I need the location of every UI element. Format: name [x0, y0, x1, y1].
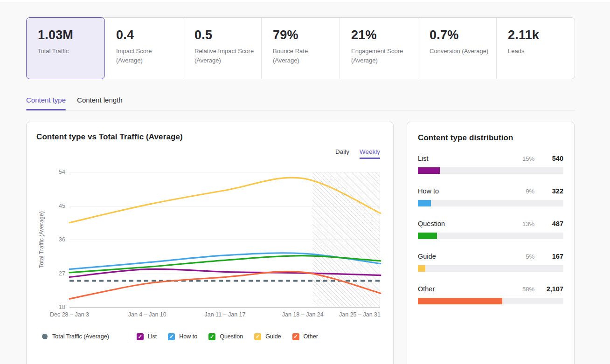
- kpi-value: 1.03M: [38, 28, 98, 42]
- kpi-card-relative-impact-score-average[interactable]: 0.5Relative Impact Score (Average): [183, 18, 262, 79]
- kpi-value: 21%: [351, 28, 411, 42]
- distribution-label: Question: [418, 220, 522, 227]
- distribution-percent: 13%: [522, 220, 534, 227]
- x-tick-label: Jan 4 – Jan 10: [128, 311, 166, 318]
- total-traffic-dot-icon: [42, 334, 48, 339]
- chart-title: Content type vs Total Traffic (Average): [36, 132, 380, 142]
- distribution-row-head: Question13%487: [418, 220, 563, 227]
- kpi-label: Relative Impact Score (Average): [194, 47, 255, 65]
- legend-divider: [128, 332, 128, 341]
- checkbox-checked-icon[interactable]: ✓: [292, 333, 299, 340]
- distribution-label: Other: [418, 285, 522, 293]
- checkbox-checked-icon[interactable]: ✓: [168, 333, 175, 340]
- granularity-toggle: DailyWeekly: [36, 148, 380, 159]
- line-how-to: [69, 253, 381, 269]
- toggle-weekly[interactable]: Weekly: [360, 148, 380, 159]
- distribution-value: 2,107: [543, 285, 563, 293]
- y-tick-label: 18: [59, 303, 65, 311]
- kpi-label: Engagement Score (Average): [351, 47, 411, 65]
- y-axis-ticks: 5445362718: [47, 172, 65, 307]
- y-tick-label: 27: [59, 270, 65, 277]
- distribution-percent: 9%: [526, 188, 534, 195]
- legend-label: Question: [220, 333, 243, 340]
- distribution-rows: List15%540How to9%322Question13%487Guide…: [418, 155, 563, 304]
- kpi-value: 0.7%: [430, 28, 490, 42]
- distribution-percent: 5%: [526, 253, 534, 260]
- distribution-row-other: Other58%2,107: [418, 285, 563, 304]
- kpi-card-engagement-score-average[interactable]: 21%Engagement Score (Average): [340, 18, 418, 79]
- x-tick-label: Jan 11 – Jan 17: [204, 311, 245, 318]
- line-question: [69, 256, 381, 273]
- legend-label: Guide: [265, 333, 281, 340]
- distribution-bar-fill: [418, 265, 425, 272]
- kpi-label: Bounce Rate (Average): [273, 47, 333, 65]
- legend-item-guide: ✓Guide: [254, 333, 281, 340]
- tab-content-type[interactable]: Content type: [26, 96, 66, 110]
- kpi-value: 0.5: [194, 28, 255, 42]
- chart-lines-svg: [69, 172, 381, 307]
- kpi-label: Conversion (Average): [430, 47, 490, 56]
- distribution-title: Content type distribution: [418, 133, 563, 143]
- distribution-bar-fill: [418, 233, 437, 239]
- kpi-card-total-traffic[interactable]: 1.03MTotal Traffic: [26, 17, 105, 79]
- legend-label: List: [148, 333, 157, 340]
- chart-area: Total Traffic (Average) 5445362718: [36, 172, 380, 307]
- distribution-bar-track: [418, 298, 563, 304]
- legend-label: Other: [304, 333, 318, 340]
- distribution-label: How to: [418, 187, 526, 195]
- distribution-label: Guide: [418, 253, 526, 260]
- dashboard-content: 1.03MTotal Traffic0.4Impact Score (Avera…: [26, 17, 575, 364]
- cards-row: Content type vs Total Traffic (Average) …: [26, 122, 575, 364]
- kpi-card-impact-score-average[interactable]: 0.4Impact Score (Average): [105, 18, 183, 79]
- tab-content-length[interactable]: Content length: [77, 96, 123, 110]
- kpi-value: 79%: [273, 28, 333, 42]
- y-axis-title: Total Traffic (Average): [36, 172, 47, 307]
- distribution-percent: 15%: [522, 155, 534, 162]
- kpi-value: 0.4: [116, 28, 176, 42]
- kpi-label: Leads: [508, 47, 568, 56]
- legend-item-list: ✓List: [137, 333, 157, 340]
- distribution-value: 322: [543, 187, 563, 195]
- distribution-value: 540: [543, 155, 563, 162]
- kpi-row: 1.03MTotal Traffic0.4Impact Score (Avera…: [26, 17, 575, 79]
- kpi-card-bounce-rate-average[interactable]: 79%Bounce Rate (Average): [262, 18, 340, 79]
- toggle-daily[interactable]: Daily: [335, 148, 349, 159]
- kpi-label: Impact Score (Average): [116, 47, 176, 65]
- tab-bar: Content typeContent length: [26, 96, 575, 110]
- distribution-row-list: List15%540: [418, 155, 563, 174]
- distribution-bar-fill: [418, 167, 440, 174]
- checkbox-checked-icon[interactable]: ✓: [208, 333, 215, 340]
- distribution-row-head: How to9%322: [418, 187, 563, 195]
- line-list: [69, 269, 381, 277]
- line-other: [69, 272, 381, 299]
- distribution-bar-track: [418, 200, 563, 206]
- distribution-bar-track: [418, 167, 563, 174]
- distribution-bar-track: [418, 233, 563, 239]
- distribution-bar-fill: [418, 298, 502, 304]
- distribution-value: 487: [543, 220, 563, 227]
- kpi-card-leads[interactable]: 2.11kLeads: [497, 18, 575, 79]
- legend-label: Total Traffic (Average): [52, 333, 109, 340]
- legend-item-other: ✓Other: [292, 333, 318, 340]
- distribution-row-head: List15%540: [418, 155, 563, 162]
- distribution-row-guide: Guide5%167: [418, 253, 563, 272]
- distribution-value: 167: [543, 253, 563, 260]
- chart-legend: Total Traffic (Average)✓List✓How to✓Ques…: [42, 332, 380, 341]
- x-axis-labels: Dec 28 – Jan 3Jan 4 – Jan 10Jan 11 – Jan…: [69, 311, 381, 320]
- checkbox-checked-icon[interactable]: ✓: [137, 333, 144, 340]
- legend-item-question: ✓Question: [208, 333, 243, 340]
- distribution-percent: 58%: [522, 286, 534, 293]
- distribution-label: List: [418, 155, 522, 162]
- x-tick-label: Jan 25 – Jan 31: [339, 311, 381, 318]
- distribution-row-question: Question13%487: [418, 220, 563, 239]
- content-type-chart-card: Content type vs Total Traffic (Average) …: [26, 122, 394, 364]
- distribution-bar-track: [418, 265, 563, 272]
- kpi-label: Total Traffic: [38, 47, 98, 56]
- top-divider: [0, 0, 610, 2]
- distribution-row-head: Guide5%167: [418, 253, 563, 260]
- kpi-card-conversion-average[interactable]: 0.7%Conversion (Average): [418, 18, 497, 79]
- checkbox-checked-icon[interactable]: ✓: [254, 333, 261, 340]
- y-tick-label: 36: [59, 236, 65, 243]
- legend-item-total-traffic-average: Total Traffic (Average): [42, 333, 109, 340]
- distribution-row-head: Other58%2,107: [418, 285, 563, 293]
